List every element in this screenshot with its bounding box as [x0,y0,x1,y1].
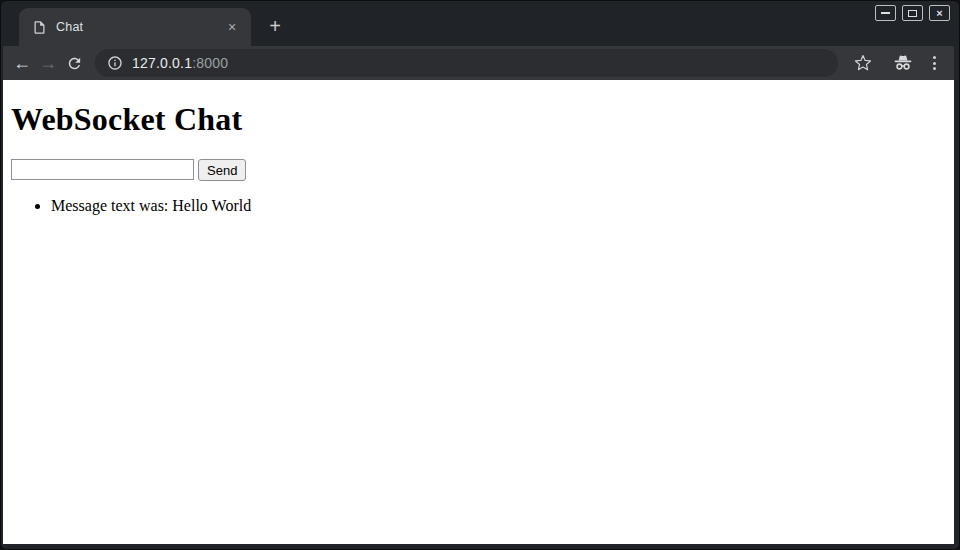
back-button[interactable]: ← [9,50,35,76]
back-arrow-icon: ← [13,53,31,74]
kebab-menu-icon [933,56,936,59]
tab-strip: Chat × + × [3,1,954,46]
tab-chat[interactable]: Chat × [19,8,251,46]
browser-menu-button[interactable] [924,50,944,76]
url-host: 127.0.0.1 [132,55,192,71]
page-document-icon [32,20,47,35]
plus-icon: + [269,16,281,36]
bookmark-button[interactable] [850,50,876,76]
new-tab-button[interactable]: + [261,12,289,40]
close-icon: × [936,8,942,19]
tab-title: Chat [56,20,223,34]
url-port: :8000 [192,55,228,71]
site-info-icon[interactable] [107,55,123,71]
chat-form: Send [11,159,946,181]
send-button[interactable]: Send [198,159,246,181]
close-button[interactable]: × [929,5,950,21]
page-content: WebSocket Chat Send Message text was: He… [3,80,954,544]
message-list-item: Message text was: Hello World [51,197,946,215]
minimize-icon [881,12,890,14]
reload-button[interactable] [61,50,87,76]
window-controls: × [875,5,950,21]
incognito-indicator [890,50,916,76]
forward-button[interactable]: → [35,50,61,76]
address-bar[interactable]: 127.0.0.1:8000 [95,49,838,77]
navigation-toolbar: ← → 127.0.0.1:8000 [3,46,954,80]
maximize-button[interactable] [902,5,923,21]
reload-icon [66,55,83,72]
star-icon [854,54,872,72]
minimize-button[interactable] [875,5,896,21]
browser-window: Chat × + × ← → 127.0.0.1:8000 [0,0,960,550]
url-text: 127.0.0.1:8000 [132,55,228,71]
message-input[interactable] [11,159,194,180]
incognito-icon [892,52,914,74]
tab-close-icon[interactable]: × [223,18,241,36]
forward-arrow-icon: → [39,53,57,74]
maximize-icon [908,10,917,17]
page-title: WebSocket Chat [11,101,946,138]
message-list: Message text was: Hello World [11,197,946,215]
